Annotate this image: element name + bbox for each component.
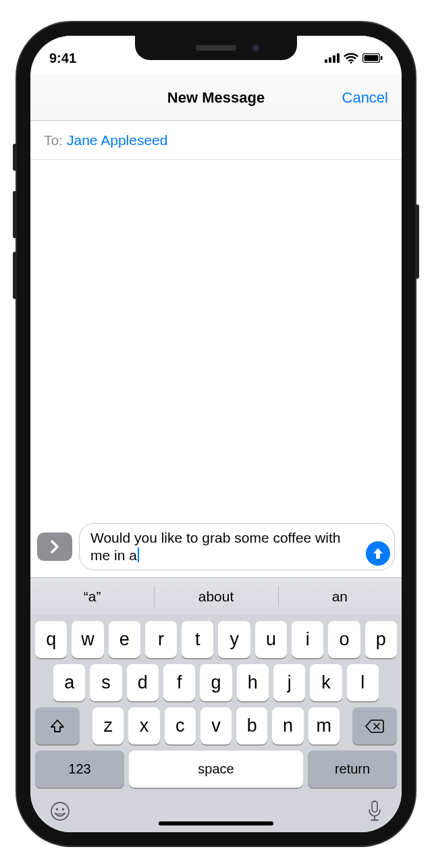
nav-bar: New Message Cancel <box>30 75 402 121</box>
predictive-bar: “a” about an <box>30 577 402 615</box>
key-h[interactable]: h <box>237 664 269 701</box>
svg-rect-10 <box>372 801 377 812</box>
text-caret <box>138 547 139 562</box>
svg-rect-3 <box>337 53 340 63</box>
predictive-suggestion[interactable]: about <box>154 578 277 615</box>
arrow-up-icon <box>372 547 384 560</box>
dictation-button[interactable] <box>367 800 383 823</box>
key-x[interactable]: x <box>128 707 159 744</box>
key-o[interactable]: o <box>328 621 360 658</box>
key-r[interactable]: r <box>145 621 177 658</box>
key-z[interactable]: z <box>92 707 124 744</box>
svg-rect-1 <box>329 57 331 63</box>
key-c[interactable]: c <box>165 707 196 744</box>
cellular-icon <box>325 53 340 63</box>
predictive-suggestion[interactable]: “a” <box>30 578 154 615</box>
space-key[interactable]: space <box>129 751 303 788</box>
key-i[interactable]: i <box>292 621 323 658</box>
key-v[interactable]: v <box>200 707 232 744</box>
conversation-area[interactable] <box>30 160 402 516</box>
return-key[interactable]: return <box>308 751 397 788</box>
microphone-icon <box>367 800 383 823</box>
svg-point-7 <box>51 803 69 820</box>
key-n[interactable]: n <box>272 707 303 744</box>
svg-rect-5 <box>364 55 379 61</box>
home-indicator[interactable] <box>159 821 273 825</box>
key-q[interactable]: q <box>35 621 67 658</box>
key-b[interactable]: b <box>236 707 267 744</box>
message-input-text: Would you like to grab some coffee with … <box>90 530 340 563</box>
emoji-icon <box>49 801 71 822</box>
svg-rect-0 <box>325 59 327 63</box>
key-s[interactable]: s <box>90 664 122 701</box>
device-notch <box>135 36 297 60</box>
svg-rect-2 <box>333 55 335 63</box>
keyboard: “a” about an q w e r t y u i o p a s d f <box>30 577 402 832</box>
backspace-key[interactable] <box>352 707 397 744</box>
cancel-button[interactable]: Cancel <box>342 89 388 107</box>
numbers-key[interactable]: 123 <box>35 751 124 788</box>
predictive-suggestion[interactable]: an <box>278 578 402 615</box>
compose-bar: Would you like to grab some coffee with … <box>30 516 402 578</box>
key-j[interactable]: j <box>273 664 305 701</box>
key-w[interactable]: w <box>72 621 103 658</box>
chevron-right-icon <box>50 540 59 553</box>
key-t[interactable]: t <box>182 621 213 658</box>
send-button[interactable] <box>366 541 390 566</box>
to-label: To: <box>44 132 63 148</box>
svg-point-8 <box>56 808 59 811</box>
wifi-icon <box>344 53 358 63</box>
key-k[interactable]: k <box>310 664 342 701</box>
backspace-icon <box>365 719 384 734</box>
nav-title: New Message <box>167 89 265 107</box>
svg-point-9 <box>62 808 65 811</box>
key-e[interactable]: e <box>109 621 140 658</box>
svg-rect-6 <box>381 56 383 60</box>
key-g[interactable]: g <box>200 664 232 701</box>
key-a[interactable]: a <box>53 664 85 701</box>
status-time: 9:41 <box>49 51 76 66</box>
key-y[interactable]: y <box>218 621 250 658</box>
key-p[interactable]: p <box>365 621 397 658</box>
message-input[interactable]: Would you like to grab some coffee with … <box>79 523 395 571</box>
key-f[interactable]: f <box>163 664 195 701</box>
to-recipient[interactable]: Jane Appleseed <box>67 132 167 148</box>
shift-key[interactable] <box>35 707 80 744</box>
key-d[interactable]: d <box>127 664 159 701</box>
battery-icon <box>362 53 383 63</box>
key-l[interactable]: l <box>347 664 379 701</box>
key-u[interactable]: u <box>255 621 287 658</box>
shift-icon <box>49 718 65 734</box>
key-m[interactable]: m <box>308 707 340 744</box>
to-field[interactable]: To: Jane Appleseed <box>30 121 402 160</box>
emoji-button[interactable] <box>49 801 71 822</box>
app-drawer-toggle-button[interactable] <box>37 533 72 561</box>
